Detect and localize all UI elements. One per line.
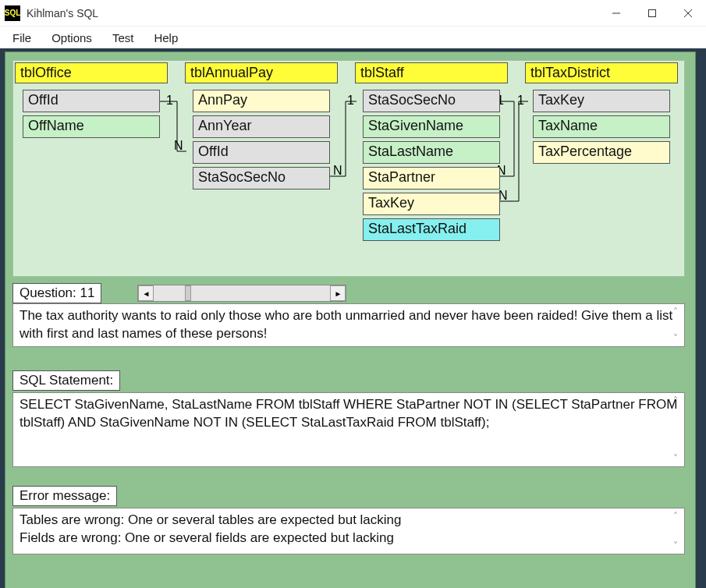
rel-many: N	[174, 139, 183, 153]
field[interactable]: StaPartner	[363, 167, 500, 190]
menu-help[interactable]: Help	[144, 29, 187, 47]
close-button[interactable]	[670, 0, 706, 27]
scroll-right-icon[interactable]: ►	[330, 285, 346, 301]
rel-one: 1	[517, 94, 524, 108]
field[interactable]: StaSocSecNo	[193, 167, 330, 190]
error-text-pane[interactable]: Tables are wrong: One or several tables …	[12, 508, 685, 554]
main-panel: 1 N N 1 1 N N 1 tblOffice OffId OffName	[5, 51, 696, 588]
menu-test[interactable]: Test	[103, 29, 144, 47]
scroll-down-icon[interactable]: ˅	[673, 332, 678, 345]
menu-file[interactable]: File	[3, 29, 41, 47]
error-label: Error message:	[12, 486, 117, 506]
table-header: tblTaxDistrict	[525, 62, 678, 83]
scroll-thumb[interactable]	[185, 285, 191, 301]
svg-rect-1	[649, 9, 656, 16]
scroll-left-icon[interactable]: ◄	[138, 285, 154, 301]
question-number: 11	[80, 285, 95, 300]
field[interactable]: StaLastTaxRaid	[363, 218, 500, 241]
vertical-scrollbar[interactable]: ˄˅	[669, 395, 683, 465]
field[interactable]: TaxName	[533, 115, 670, 138]
scroll-down-icon[interactable]: ˅	[673, 540, 678, 552]
question-label: Question: 11	[12, 283, 101, 303]
table-header: tblAnnualPay	[185, 62, 338, 83]
sql-text: SELECT StaGivenName, StaLastName FROM tb…	[20, 397, 677, 430]
scroll-up-icon[interactable]: ˄	[673, 306, 678, 318]
field[interactable]: OffName	[23, 115, 160, 138]
field[interactable]: OffId	[23, 90, 160, 112]
field[interactable]: AnnYear	[193, 115, 330, 138]
app-icon: SQL	[5, 5, 20, 21]
vertical-scrollbar[interactable]: ˄˅	[669, 306, 683, 345]
window-title: Kihlman's SQL	[27, 7, 98, 19]
vertical-scrollbar[interactable]: ˄˅	[669, 510, 683, 552]
menubar: File Options Test Help	[0, 27, 706, 48]
rel-one: 1	[347, 94, 354, 108]
field[interactable]: OffId	[193, 141, 330, 164]
table-tblOffice[interactable]: tblOffice OffId OffName	[15, 62, 168, 146]
scroll-track[interactable]	[154, 285, 330, 301]
scroll-up-icon[interactable]: ˄	[673, 510, 678, 522]
table-tblTaxDistrict[interactable]: tblTaxDistrict TaxKey TaxName TaxPercent…	[525, 62, 678, 172]
field[interactable]: TaxKey	[363, 193, 500, 215]
question-prefix: Question:	[20, 285, 80, 300]
schema-diagram: 1 N N 1 1 N N 1 tblOffice OffId OffName	[12, 60, 685, 277]
field[interactable]: StaSocSecNo	[363, 90, 500, 112]
maximize-button[interactable]	[634, 0, 670, 27]
field[interactable]: AnnPay	[193, 90, 330, 112]
app-window: SQL Kihlman's SQL File Options Test Help	[0, 0, 706, 588]
sql-label: SQL Statement:	[12, 370, 120, 391]
field[interactable]: TaxPercentage	[533, 141, 670, 164]
question-text-pane[interactable]: The tax authority wants to raid only tho…	[12, 303, 685, 347]
table-header: tblStaff	[355, 62, 508, 83]
field[interactable]: StaLastName	[363, 141, 500, 164]
scroll-down-icon[interactable]: ˅	[673, 452, 678, 465]
menu-options[interactable]: Options	[42, 29, 101, 47]
titlebar: SQL Kihlman's SQL	[0, 0, 706, 27]
question-text: The tax authority wants to raid only tho…	[20, 308, 672, 341]
table-tblStaff[interactable]: tblStaff StaSocSecNo StaGivenName StaLas…	[355, 62, 508, 249]
table-tblAnnualPay[interactable]: tblAnnualPay AnnPay AnnYear OffId StaSoc…	[185, 62, 338, 197]
client-area: 1 N N 1 1 N N 1 tblOffice OffId OffName	[0, 48, 706, 588]
question-scrollbar[interactable]: ◄ ►	[137, 285, 346, 302]
minimize-button[interactable]	[598, 0, 634, 27]
sql-text-pane[interactable]: SELECT StaGivenName, StaLastName FROM tb…	[12, 392, 685, 467]
field[interactable]: StaGivenName	[363, 115, 500, 138]
field[interactable]: TaxKey	[533, 90, 670, 112]
scroll-up-icon[interactable]: ˄	[673, 395, 678, 407]
table-header: tblOffice	[15, 62, 168, 83]
error-text: Tables are wrong: One or several tables …	[20, 512, 402, 545]
